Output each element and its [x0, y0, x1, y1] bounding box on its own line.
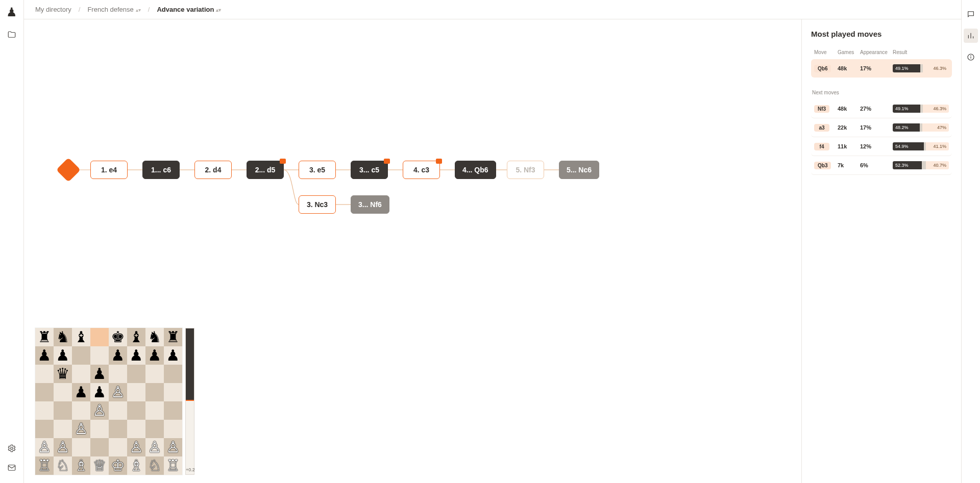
board-square[interactable]: ♟ — [90, 383, 109, 401]
board-square[interactable]: ♟ — [90, 365, 109, 383]
board-square[interactable]: ♞ — [54, 328, 72, 346]
board-square[interactable] — [109, 420, 127, 438]
move-node-m6[interactable]: 3... c5 — [351, 161, 388, 179]
board-square[interactable] — [127, 420, 145, 438]
info-icon[interactable] — [964, 50, 978, 64]
board-square[interactable]: ♕ — [90, 456, 109, 475]
board-square[interactable]: ♗ — [72, 456, 90, 475]
board-square[interactable]: ♟ — [72, 383, 90, 401]
board-square[interactable]: ♙ — [54, 438, 72, 456]
board-square[interactable] — [145, 420, 164, 438]
move-node-m5[interactable]: 3. e5 — [299, 161, 336, 179]
board-square[interactable]: ♙ — [90, 401, 109, 420]
board-square[interactable] — [164, 401, 182, 420]
folder-icon[interactable] — [6, 29, 18, 41]
board-square[interactable] — [90, 328, 109, 346]
stats-sidebar: Most played moves Move Games Appearance … — [801, 19, 961, 483]
board-square[interactable]: ♔ — [109, 456, 127, 475]
board-square[interactable] — [54, 383, 72, 401]
board-square[interactable]: ♙ — [109, 383, 127, 401]
board-square[interactable] — [35, 401, 54, 420]
breadcrumb-current[interactable]: Advance variation▴▾ — [157, 6, 221, 13]
chevron-updown-icon[interactable]: ▴▾ — [136, 9, 141, 11]
chevron-updown-icon[interactable]: ▴▾ — [216, 9, 221, 11]
move-stat-row[interactable]: Nf348k27%49.1%46.3% — [811, 99, 952, 118]
move-node-m1[interactable]: 1. e4 — [90, 161, 128, 179]
board-square[interactable]: ♙ — [35, 438, 54, 456]
move-node-m3[interactable]: 2. d4 — [194, 161, 232, 179]
board-square[interactable] — [72, 438, 90, 456]
start-position-node[interactable] — [56, 158, 81, 182]
board-square[interactable] — [145, 401, 164, 420]
stats-icon[interactable] — [964, 29, 978, 43]
board-square[interactable]: ♝ — [127, 328, 145, 346]
board-square[interactable] — [35, 383, 54, 401]
move-node-m10[interactable]: 5... Nc6 — [559, 161, 599, 179]
tree-canvas[interactable]: ♜♞♝♚♝♞♜♟♟♟♟♟♟♛♟♟♟♙♙♙♙♙♙♙♙♖♘♗♕♔♗♘♖ +0.2 1… — [24, 19, 801, 483]
piece: ♟ — [38, 348, 52, 363]
board-square[interactable]: ♘ — [145, 456, 164, 475]
board-square[interactable] — [109, 365, 127, 383]
settings-icon[interactable] — [6, 442, 18, 454]
board-square[interactable]: ♟ — [54, 346, 72, 365]
board-square[interactable]: ♗ — [127, 456, 145, 475]
board-square[interactable] — [145, 383, 164, 401]
chess-board[interactable]: ♜♞♝♚♝♞♜♟♟♟♟♟♟♛♟♟♟♙♙♙♙♙♙♙♙♖♘♗♕♔♗♘♖ — [35, 328, 182, 475]
board-square[interactable]: ♙ — [164, 438, 182, 456]
board-square[interactable] — [109, 401, 127, 420]
board-square[interactable] — [35, 365, 54, 383]
board-square[interactable]: ♟ — [127, 346, 145, 365]
board-square[interactable] — [164, 420, 182, 438]
move-stat-row[interactable]: Qb648k17%49.1%46.3% — [811, 59, 952, 78]
board-square[interactable]: ♟ — [164, 346, 182, 365]
board-square[interactable] — [145, 365, 164, 383]
board-square[interactable] — [90, 420, 109, 438]
board-square[interactable]: ♙ — [72, 420, 90, 438]
board-square[interactable] — [127, 401, 145, 420]
board-square[interactable]: ♟ — [145, 346, 164, 365]
board-square[interactable] — [72, 401, 90, 420]
move-node-m4[interactable]: 2... d5 — [247, 161, 284, 179]
board-square[interactable]: ♙ — [145, 438, 164, 456]
board-square[interactable]: ♞ — [145, 328, 164, 346]
move-appearance: 12% — [860, 143, 893, 149]
move-node-m7[interactable]: 4. c3 — [403, 161, 440, 179]
move-node-m9[interactable]: 5. Nf3 — [507, 161, 544, 179]
board-square[interactable]: ♛ — [54, 365, 72, 383]
board-square[interactable] — [127, 365, 145, 383]
board-square[interactable] — [164, 383, 182, 401]
move-node-m8[interactable]: 4... Qb6 — [455, 161, 496, 179]
board-square[interactable] — [35, 420, 54, 438]
move-node-b2[interactable]: 3... Nf6 — [351, 195, 389, 214]
breadcrumb-root[interactable]: My directory — [35, 6, 71, 13]
board-square[interactable] — [90, 346, 109, 365]
piece: ♙ — [130, 440, 143, 455]
breadcrumb-parent[interactable]: French defense▴▾ — [87, 6, 140, 13]
board-square[interactable]: ♜ — [164, 328, 182, 346]
move-stat-row[interactable]: Qb37k6%52.3%40.7% — [811, 156, 952, 175]
board-square[interactable] — [54, 420, 72, 438]
board-square[interactable] — [72, 346, 90, 365]
board-square[interactable]: ♚ — [109, 328, 127, 346]
move-stat-row[interactable]: a322k17%48.2%47% — [811, 118, 952, 137]
comments-icon[interactable] — [964, 7, 978, 21]
board-square[interactable]: ♙ — [127, 438, 145, 456]
app-logo[interactable]: ♟ — [6, 5, 17, 19]
board-square[interactable]: ♟ — [35, 346, 54, 365]
board-square[interactable]: ♖ — [35, 456, 54, 475]
board-square[interactable] — [90, 438, 109, 456]
board-square[interactable]: ♖ — [164, 456, 182, 475]
move-node-b1[interactable]: 3. Nc3 — [299, 195, 336, 214]
board-square[interactable] — [164, 365, 182, 383]
mail-icon[interactable] — [6, 462, 18, 474]
board-square[interactable]: ♝ — [72, 328, 90, 346]
board-square[interactable]: ♜ — [35, 328, 54, 346]
board-square[interactable] — [109, 438, 127, 456]
board-square[interactable]: ♘ — [54, 456, 72, 475]
move-stat-row[interactable]: f411k12%54.9%41.1% — [811, 137, 952, 156]
board-square[interactable] — [127, 383, 145, 401]
board-square[interactable] — [54, 401, 72, 420]
board-square[interactable] — [72, 365, 90, 383]
move-node-m2[interactable]: 1... c6 — [142, 161, 180, 179]
board-square[interactable]: ♟ — [109, 346, 127, 365]
